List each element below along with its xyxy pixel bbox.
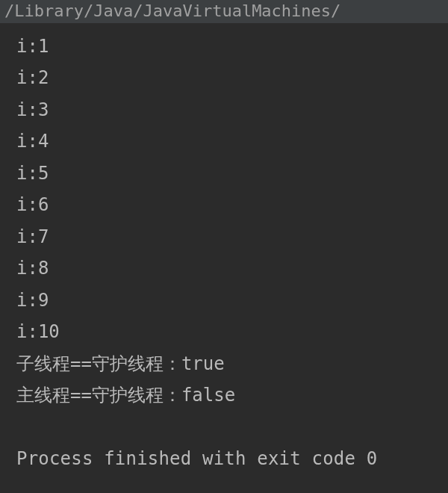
output-line: i:10 [16, 316, 432, 347]
output-line: i:7 [16, 221, 432, 252]
output-line: i:4 [16, 125, 432, 157]
process-exit-message: Process finished with exit code 0 [16, 443, 432, 474]
command-path-text: /Library/Java/JavaVirtualMachines/ [4, 1, 340, 20]
output-line: i:9 [16, 285, 432, 316]
output-line: i:6 [16, 189, 432, 220]
blank-line [16, 412, 432, 443]
output-line: 主线程==守护线程：false [16, 379, 432, 411]
output-line: i:5 [16, 158, 432, 189]
output-line: 子线程==守护线程：true [16, 348, 432, 379]
output-line: i:1 [16, 31, 432, 62]
output-line: i:2 [16, 62, 432, 93]
output-line: i:8 [16, 252, 432, 284]
console-output-area: i:1 i:2 i:3 i:4 i:5 i:6 i:7 i:8 i:9 i:10… [0, 23, 448, 474]
command-path-header: /Library/Java/JavaVirtualMachines/ [0, 0, 448, 23]
output-line: i:3 [16, 94, 432, 125]
